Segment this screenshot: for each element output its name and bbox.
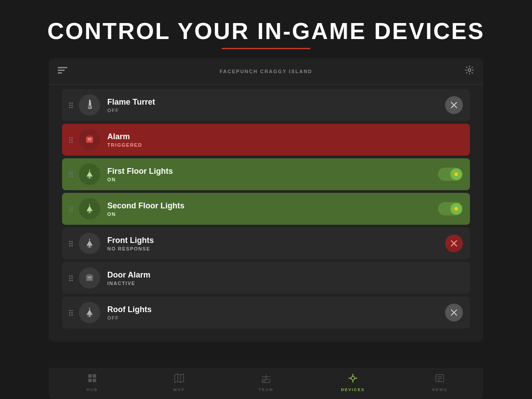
circle-btn-flame-turret[interactable] <box>445 96 463 114</box>
svg-point-7 <box>88 106 90 108</box>
device-icon-door-alarm <box>79 267 100 289</box>
svg-rect-1 <box>58 70 65 71</box>
circle-btn-front-lights[interactable] <box>445 235 463 252</box>
drag-handle <box>69 137 73 143</box>
device-row-first-floor-lights[interactable]: First Floor LightsON <box>62 158 470 190</box>
server-name: FACEPUNCH CRAGGY ISLAND <box>219 69 313 74</box>
device-name-door-alarm: Door Alarm <box>107 270 463 280</box>
svg-rect-13 <box>88 141 92 141</box>
nav-label-map: MAP <box>173 387 185 392</box>
drag-handle <box>69 275 73 281</box>
svg-rect-41 <box>88 379 92 382</box>
device-control-front-lights[interactable] <box>445 235 463 252</box>
device-icon-alarm <box>79 129 100 150</box>
device-status-flame-turret: OFF <box>107 108 445 113</box>
drag-handle <box>69 241 73 246</box>
nav-item-devices[interactable]: DEVICES <box>335 373 371 392</box>
svg-rect-30 <box>88 277 92 278</box>
svg-rect-16 <box>89 176 90 178</box>
device-control-roof-lights[interactable] <box>445 304 463 321</box>
device-row-front-lights[interactable]: Front LightsNO RESPONSE <box>62 227 470 259</box>
device-control-flame-turret[interactable] <box>445 96 463 114</box>
nav-icon-devices <box>348 373 358 386</box>
svg-point-51 <box>351 376 355 380</box>
device-status-alarm: TRIGGERED <box>107 142 463 148</box>
nav-icon-hub <box>87 373 97 386</box>
device-name-flame-turret: Flame Turret <box>107 98 445 107</box>
panel-menu-icon[interactable] <box>58 66 67 76</box>
svg-point-3 <box>468 69 471 71</box>
svg-rect-24 <box>89 246 90 247</box>
device-status-front-lights: NO RESPONSE <box>107 246 445 251</box>
page-title-area: CONTROL YOUR IN-GAME DEVICES <box>0 0 532 58</box>
toggle-second-floor-lights[interactable] <box>438 202 463 215</box>
svg-rect-39 <box>88 374 92 378</box>
device-name-second-floor-lights: Second Floor Lights <box>107 201 438 211</box>
svg-rect-20 <box>89 211 90 213</box>
nav-item-team[interactable]: TEAM <box>248 373 284 392</box>
toggle-knob-first-floor-lights <box>450 168 462 180</box>
toggle-knob-second-floor-lights <box>450 203 462 215</box>
svg-marker-35 <box>86 309 93 315</box>
title-underline <box>222 48 310 49</box>
device-info-door-alarm: Door AlarmINACTIVE <box>107 270 463 286</box>
device-status-first-floor-lights: ON <box>107 177 438 182</box>
device-row-second-floor-lights[interactable]: Second Floor LightsON <box>62 193 470 225</box>
svg-rect-40 <box>93 374 96 378</box>
nav-label-hub: HUB <box>86 387 98 392</box>
svg-rect-42 <box>93 379 96 382</box>
svg-rect-14 <box>87 135 92 137</box>
device-status-second-floor-lights: ON <box>107 211 438 217</box>
drag-handle <box>69 206 73 212</box>
circle-btn-roof-lights[interactable] <box>445 304 463 321</box>
device-control-first-floor-lights[interactable] <box>438 168 463 181</box>
device-info-alarm: AlarmTRIGGERED <box>107 132 463 148</box>
device-control-second-floor-lights[interactable] <box>438 202 463 215</box>
device-icon-roof-lights <box>79 302 100 323</box>
svg-rect-12 <box>88 138 92 140</box>
svg-marker-17 <box>86 171 93 176</box>
device-row-flame-turret[interactable]: Flame TurretOFF <box>62 89 470 121</box>
nav-item-hub[interactable]: HUB <box>74 373 110 392</box>
svg-rect-32 <box>87 274 92 275</box>
device-icon-flame-turret <box>79 94 100 116</box>
device-icon-front-lights <box>79 233 100 254</box>
nav-icon-map <box>174 373 184 386</box>
page-title: CONTROL YOUR IN-GAME DEVICES <box>0 18 532 44</box>
svg-marker-25 <box>86 240 93 246</box>
device-name-first-floor-lights: First Floor Lights <box>107 167 438 176</box>
toggle-first-floor-lights[interactable] <box>438 168 463 181</box>
nav-icon-team <box>261 373 271 386</box>
device-info-first-floor-lights: First Floor LightsON <box>107 167 438 182</box>
device-info-roof-lights: Roof LightsOFF <box>107 305 445 321</box>
nav-label-team: TEAM <box>258 387 274 392</box>
svg-rect-0 <box>58 67 67 68</box>
nav-item-map[interactable]: MAP <box>161 373 197 392</box>
device-name-front-lights: Front Lights <box>107 236 445 245</box>
svg-point-48 <box>263 380 264 381</box>
panel-header: FACEPUNCH CRAGGY ISLAND <box>49 58 483 85</box>
nav-item-news[interactable]: NEWS <box>422 373 458 392</box>
settings-icon[interactable] <box>465 65 474 77</box>
nav-label-news: NEWS <box>432 387 448 392</box>
device-row-door-alarm[interactable]: Door AlarmINACTIVE <box>62 262 470 294</box>
device-info-front-lights: Front LightsNO RESPONSE <box>107 236 445 251</box>
drag-handle <box>69 310 73 316</box>
device-row-alarm[interactable]: AlarmTRIGGERED <box>62 124 470 156</box>
device-icon-first-floor-lights <box>79 164 100 185</box>
device-name-alarm: Alarm <box>107 132 463 141</box>
device-status-roof-lights: OFF <box>107 315 445 321</box>
main-panel: FACEPUNCH CRAGGY ISLAND Flame TurretOFF … <box>49 58 483 342</box>
drag-handle <box>69 172 73 177</box>
svg-rect-34 <box>89 315 90 317</box>
device-status-door-alarm: INACTIVE <box>107 281 463 286</box>
drag-handle <box>69 102 73 108</box>
device-icon-second-floor-lights <box>79 198 100 219</box>
device-row-roof-lights[interactable]: Roof LightsOFF <box>62 297 470 329</box>
svg-marker-21 <box>86 206 93 211</box>
device-info-second-floor-lights: Second Floor LightsON <box>107 201 438 217</box>
device-list: Flame TurretOFF AlarmTRIGGERED First Flo… <box>49 85 483 333</box>
device-info-flame-turret: Flame TurretOFF <box>107 98 445 113</box>
device-name-roof-lights: Roof Lights <box>107 305 445 314</box>
nav-label-devices: DEVICES <box>341 387 365 392</box>
